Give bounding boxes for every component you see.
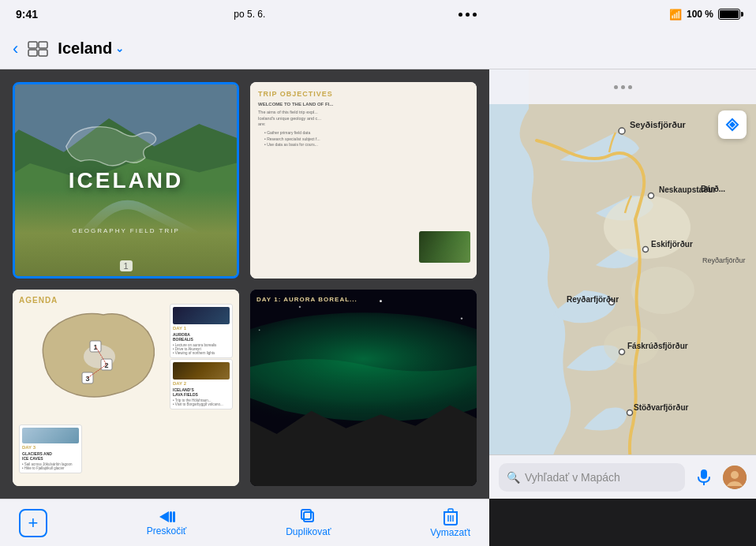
- svg-text:1: 1: [93, 343, 97, 351]
- slide-2-subheader: WELCOME TO THE LAND OF FI...: [258, 102, 469, 107]
- svg-point-34: [643, 247, 649, 252]
- skip-icon: [158, 510, 175, 524]
- slide-1-title: ICELAND: [69, 170, 183, 192]
- duplicate-icon: [301, 509, 316, 525]
- slide-3[interactable]: AGENDA 1 2 3: [13, 290, 239, 486]
- slide-2-content: TRIP OBJECTIVES WELCOME TO THE LAND OF F…: [250, 82, 477, 279]
- svg-point-19: [380, 300, 382, 302]
- svg-point-20: [461, 317, 462, 319]
- battery-icon: [718, 9, 740, 20]
- delete-label: Vymazaťt: [430, 527, 470, 538]
- agenda-day2: DAY 2 ICELAND'SLAVA FIELDS • Trip to the…: [170, 359, 233, 410]
- slide-1-content: ICELAND GEOGRAPHY FIELD TRIP: [15, 84, 237, 276]
- svg-text:3: 3: [85, 375, 89, 383]
- slide-2-text: The aims of this field trip expl...Icela…: [258, 110, 469, 128]
- svg-point-49: [731, 471, 739, 479]
- svg-text:Fáskrúðsfjörður: Fáskrúðsfjörður: [627, 342, 688, 350]
- agenda-day3: DAY 3 GLACIERS ANDICE CAVES • Sail acros…: [19, 424, 82, 473]
- status-time: 9:41: [16, 8, 38, 21]
- dot1: [614, 85, 618, 89]
- status-bar: 9:41 po 5. 6. 📶 100 %: [0, 0, 756, 28]
- svg-rect-50: [170, 511, 172, 522]
- svg-point-37: [627, 410, 633, 416]
- svg-point-18: [299, 306, 301, 308]
- slide-1-subtitle: GEOGRAPHY FIELD TRIP: [72, 227, 180, 234]
- svg-point-32: [619, 128, 625, 134]
- dot3: [628, 85, 632, 89]
- slide-3-content: AGENDA 1 2 3: [13, 290, 239, 486]
- battery-fill: [720, 10, 739, 18]
- svg-rect-3: [39, 50, 47, 56]
- status-center: [458, 13, 477, 17]
- svg-text:Stöðvarfjörður: Stöðvarfjörður: [634, 403, 689, 412]
- slide-4-header: DAY 1: AURORA BOREAL...: [256, 296, 357, 303]
- slides-view-icon[interactable]: [28, 41, 48, 57]
- svg-text:2: 2: [104, 361, 108, 369]
- search-field[interactable]: 🔍 Vyhľadať v Mapách: [499, 463, 685, 492]
- status-right: 📶 100 %: [669, 9, 740, 21]
- maps-search-bar: 🔍 Vyhľadať v Mapách: [489, 454, 756, 499]
- dot2: [466, 13, 470, 17]
- app-toolbar: ‹ Iceland ⌄: [0, 28, 756, 69]
- svg-rect-52: [304, 512, 313, 522]
- svg-text:Eskifjörður: Eskifjörður: [651, 240, 693, 249]
- svg-point-33: [649, 193, 654, 199]
- duplicate-label: Duplikovať: [286, 526, 331, 537]
- skip-button[interactable]: Preskočiť: [147, 510, 187, 537]
- slide-2-header: TRIP OBJECTIVES: [258, 90, 469, 98]
- iceland-map-view: Seyðisfjörður Neskaupstaður Eskifjörður …: [489, 69, 756, 454]
- title-chevron: ⌄: [115, 43, 124, 54]
- slides-grid: ICELAND GEOGRAPHY FIELD TRIP 1 TRIP OBJE…: [0, 69, 489, 499]
- agenda-day1: DAY 1 AURORABOREALIS • Lecture on aurora…: [170, 304, 233, 358]
- svg-text:Seyðisfjörður: Seyðisfjörður: [630, 120, 687, 129]
- slide-2[interactable]: TRIP OBJECTIVES WELCOME TO THE LAND OF F…: [250, 82, 477, 279]
- slide-2-bullets: • Gather primary field data• Research sp…: [258, 130, 469, 148]
- svg-text:Reyðarfjörður: Reyðarfjörður: [702, 256, 746, 264]
- trash-icon: [443, 508, 458, 525]
- slide-2-image: [419, 231, 470, 263]
- svg-point-30: [631, 267, 694, 314]
- maps-dots: [614, 85, 632, 89]
- svg-rect-46: [701, 469, 707, 479]
- status-date: po 5. 6.: [234, 9, 265, 20]
- dot2: [621, 85, 625, 89]
- location-button[interactable]: [718, 110, 747, 139]
- dot1: [458, 13, 462, 17]
- microphone-button[interactable]: [691, 465, 717, 490]
- map-view[interactable]: Seyðisfjörður Neskaupstaður Eskifjörður …: [489, 69, 756, 454]
- dot3: [473, 13, 477, 17]
- svg-rect-53: [301, 510, 311, 519]
- skip-label: Preskočiť: [147, 525, 187, 537]
- maps-toolbar: [489, 69, 756, 104]
- slide-1[interactable]: ICELAND GEOGRAPHY FIELD TRIP 1: [13, 82, 239, 279]
- svg-text:Bárð...: Bárð...: [701, 185, 725, 193]
- svg-rect-0: [28, 42, 37, 48]
- back-button[interactable]: ‹: [13, 39, 18, 59]
- add-slide-button[interactable]: +: [19, 509, 47, 537]
- duplicate-button[interactable]: Duplikovať: [286, 509, 331, 537]
- battery-percent: 100 %: [687, 9, 713, 20]
- document-title[interactable]: Iceland ⌄: [58, 39, 124, 58]
- slide-4[interactable]: DAY 1: AURORA BOREAL...: [250, 290, 477, 486]
- slide-4-content: DAY 1: AURORA BOREAL...: [250, 290, 477, 486]
- wifi-icon: 📶: [669, 9, 682, 21]
- svg-point-36: [619, 350, 625, 355]
- delete-button[interactable]: Vymazaťt: [430, 508, 470, 538]
- main-content: ICELAND GEOGRAPHY FIELD TRIP 1 TRIP OBJE…: [0, 69, 756, 499]
- slide-1-number: 1: [119, 260, 132, 271]
- bottom-toolbar: + Preskočiť Duplikovať Vymazaťt: [0, 499, 489, 546]
- svg-rect-1: [39, 42, 47, 48]
- user-avatar[interactable]: [723, 466, 747, 489]
- svg-rect-2: [28, 50, 37, 56]
- search-icon: 🔍: [507, 471, 520, 484]
- svg-rect-51: [173, 511, 175, 522]
- maps-panel: Seyðisfjörður Neskaupstaður Eskifjörður …: [489, 69, 756, 499]
- search-placeholder: Vyhľadať v Mapách: [525, 471, 620, 484]
- svg-text:Reyðarfjörður: Reyðarfjörður: [567, 295, 619, 304]
- iceland-map: 1 2 3: [28, 305, 170, 408]
